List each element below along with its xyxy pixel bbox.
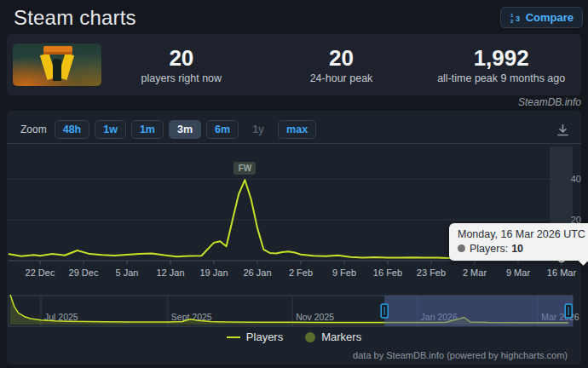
compare-button[interactable]: 1 2 3 Compare	[500, 7, 583, 28]
stat-value: 1,992	[421, 45, 581, 71]
stat-value: 20	[262, 45, 422, 71]
stat-current-players: 20 players right now	[101, 45, 262, 84]
x-axis-label: 9 Mar	[506, 267, 530, 278]
svg-text:3: 3	[516, 14, 520, 23]
navigator-handle-left[interactable]	[381, 304, 388, 318]
navigator-month-label: Jan 2026	[421, 312, 458, 322]
x-axis-label: 12 Jan	[156, 267, 184, 278]
legend-item-markers[interactable]: Markers	[305, 331, 361, 343]
stat-alltime-peak: 1,992 all-time peak 9 months ago	[421, 45, 581, 84]
x-axis-label: 23 Feb	[417, 267, 446, 278]
navigator-area-fill	[10, 295, 568, 325]
stats-columns: 20 players right now 20 24-hour peak 1,9…	[101, 45, 581, 84]
y-axis-label: 400	[571, 174, 581, 184]
navigator-month-label: Nov 2025	[296, 312, 334, 322]
legend-circle-swatch	[305, 332, 315, 342]
chart-area: 400200022 Dec29 Dec5 Jan12 Jan19 Jan26 J…	[7, 111, 581, 365]
page-title: Steam charts	[14, 6, 136, 30]
chart-legend: PlayersMarkers	[7, 331, 581, 343]
steamdb-watermark: SteamDB.info	[518, 96, 581, 108]
legend-item-players[interactable]: Players	[227, 331, 283, 343]
credits: data by SteamDB.info (powered by highcha…	[353, 350, 568, 360]
navigator-selected-range[interactable]	[384, 296, 573, 326]
navigator-month-label: Mar 2026	[541, 312, 579, 322]
navigator-series-line	[10, 295, 568, 323]
legend-label: Markers	[321, 331, 361, 343]
x-axis-label: 2 Mar	[463, 267, 487, 278]
x-axis-label: 5 Jan	[116, 267, 139, 278]
compare-icon: 1 2 3	[510, 12, 522, 24]
tooltip-series-dot	[458, 244, 465, 252]
event-flag-fw[interactable]: FW	[233, 162, 256, 175]
compare-label: Compare	[526, 11, 574, 24]
tooltip-series-name: Players	[470, 243, 505, 255]
tooltip-row: Players: 10	[458, 243, 585, 255]
chart-panel: Zoom 48h1w1m3m6m1ymax 400200022 Dec29 De…	[7, 111, 581, 365]
x-axis-label: 2 Feb	[289, 267, 313, 278]
tooltip-value: 10	[511, 243, 523, 255]
navigator-month-label: Jul 2025	[44, 312, 78, 322]
stat-24h-peak: 20 24-hour peak	[262, 45, 422, 84]
chart-tooltip: Monday, 16 Mar 2026 UTC Players: 10	[449, 223, 588, 261]
capsule-art	[53, 59, 61, 81]
x-axis-label: 19 Jan	[199, 267, 228, 278]
stat-value: 20	[101, 45, 262, 71]
stat-label: players right now	[101, 72, 262, 84]
x-axis-label: 26 Jan	[243, 267, 271, 278]
legend-label: Players	[246, 331, 283, 343]
stats-panel: 20 players right now 20 24-hour peak 1,9…	[7, 34, 581, 95]
page-header: Steam charts 1 2 3 Compare	[0, 0, 588, 34]
x-axis-label: 16 Mar	[547, 267, 577, 278]
game-capsule-image[interactable]	[13, 43, 101, 86]
navigator-handle-right[interactable]	[565, 304, 572, 318]
x-axis-label: 22 Dec	[26, 267, 55, 278]
stat-label: 24-hour peak	[262, 72, 422, 84]
navigator-outline	[9, 296, 573, 326]
x-axis-label: 9 Feb	[332, 267, 356, 278]
svg-text:2: 2	[510, 19, 514, 24]
x-axis-label: 29 Dec	[69, 267, 99, 278]
stat-label: all-time peak 9 months ago	[421, 72, 581, 84]
svg-text:1: 1	[510, 13, 514, 18]
tooltip-date: Monday, 16 Mar 2026 UTC	[458, 228, 585, 240]
capsule-art	[43, 46, 72, 55]
legend-line-swatch	[227, 336, 240, 338]
x-axis-label: 16 Feb	[373, 267, 402, 278]
navigator-month-label: Sept 2025	[171, 312, 212, 322]
